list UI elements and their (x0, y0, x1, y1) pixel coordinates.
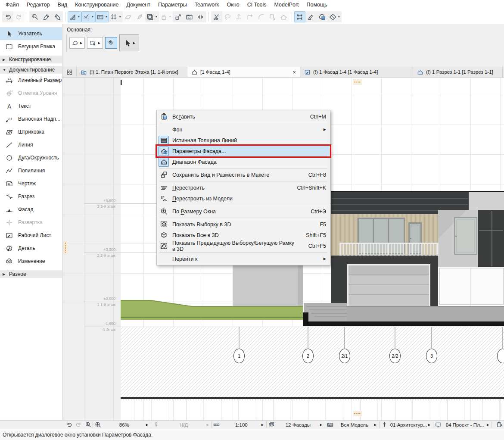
toolbox-item-12[interactable]: Чертеж (0, 177, 62, 190)
menu-item-2[interactable]: Фон▶ (157, 124, 330, 135)
drawing-icon (4, 180, 14, 187)
menu-item-5[interactable]: Диапазон Фасада (157, 156, 330, 167)
menu-item-14[interactable]: Показать Выборку в 3DF5 (157, 219, 330, 230)
menubar-item-10[interactable]: Помощь (303, 0, 331, 9)
snap-grid-button[interactable]: ▼ (109, 11, 123, 22)
toolbox-item-13[interactable]: Разрез (0, 190, 62, 203)
menu-item-0[interactable]: ВставитьCtrl+M (157, 111, 330, 122)
menubar-item-7[interactable]: Окно (223, 0, 243, 9)
statusbar-segment-6[interactable]: 04 Проект - Пл...▶ (433, 421, 492, 429)
toolbox-item-label: Чертеж (18, 181, 36, 187)
menubar-item-0[interactable]: Файл (2, 0, 23, 9)
paste-special-button[interactable] (495, 421, 504, 428)
show-previous-3d-icon (159, 241, 169, 251)
select-zoom-button[interactable] (29, 11, 40, 22)
fillet-icon (258, 13, 265, 21)
menubar-item-8[interactable]: CI Tools (243, 0, 271, 9)
toolbox-item-10[interactable]: Дуга/Окружность (0, 151, 62, 164)
zoom-in-button[interactable] (83, 421, 93, 428)
menu-item-12[interactable]: По Размеру ОкнаCtrl+Э (157, 206, 330, 217)
toolbox-group-2[interactable]: ▶Конструирование (0, 56, 62, 63)
statusbar-segment-2[interactable]: 1:100▶ (212, 421, 266, 429)
zoom-in-icon (85, 421, 91, 428)
dimension-units-button[interactable]: 12 (184, 11, 195, 22)
annotate-icon (307, 13, 314, 21)
annotate-button[interactable] (305, 11, 317, 22)
toolbox-item-16[interactable]: Рабочий Лист (0, 229, 62, 242)
toolbox-item-4[interactable]: 1.2Линейный Размер (0, 74, 62, 87)
menu-item-9[interactable]: ПерестроитьCtrl+Shift+K (157, 182, 330, 193)
guide-lines-button[interactable]: ▼ (68, 11, 81, 22)
statusbar-segment-4[interactable]: Вся Модель▶ (325, 421, 379, 429)
toolbox-item-8[interactable]: Штриховка (0, 125, 62, 138)
toolbox-group-label: Документирование (9, 67, 55, 73)
tab-0[interactable]: (!) 1. План Первого Этажа [1. 1-й этаж] (77, 67, 187, 77)
scissors-button[interactable] (211, 11, 222, 22)
pick-parameters-button[interactable] (40, 11, 52, 22)
toolbox-item-0[interactable]: Указатель (0, 27, 62, 40)
toolbox-item-7[interactable]: A1Выносная Надп... (0, 112, 62, 125)
snap-guides-button[interactable]: ▼ (81, 11, 95, 22)
stretch-button[interactable] (195, 11, 206, 22)
cursor-icon (123, 39, 132, 47)
statusbar-segment-1[interactable]: Н/Д▶ (151, 421, 212, 429)
menu-item-10[interactable]: Перестроить из Модели (157, 193, 330, 204)
tab-3[interactable]: (!) 1 Разрез 1-1 [1 Разрез 1-1] (413, 67, 503, 77)
corner-button (245, 11, 256, 22)
statusbar-segment-3[interactable]: 12 Фасады▶ (267, 421, 325, 429)
marquee-poly-button[interactable]: ▶ (69, 37, 85, 49)
toolbox-item-1[interactable]: Бегущая Рамка (0, 40, 62, 53)
tab-1[interactable]: [1 Фасад 1-4]× (187, 67, 300, 77)
markup-tools-button[interactable] (317, 11, 328, 22)
suspend-groups-icon (160, 13, 168, 21)
toolbox-item-11[interactable]: Полилиния (0, 164, 62, 177)
toolbox-item-18[interactable]: Изменение (0, 255, 62, 268)
tab-overview-button[interactable] (62, 67, 77, 77)
menu-item-4[interactable]: Параметры Фасада... (157, 146, 330, 156)
menubar-item-4[interactable]: Документ (123, 0, 154, 9)
tab-close-icon[interactable]: × (286, 69, 296, 75)
menu-item-18[interactable]: Перейти к▶ (157, 253, 330, 264)
frame-button[interactable]: ▼ (145, 11, 159, 22)
marquee-cursor-button[interactable]: ▶ (87, 37, 103, 49)
undo-button[interactable] (2, 11, 13, 22)
statusbar-segment-arrow-icon: ▶ (261, 423, 266, 427)
3d-view-button[interactable]: ▼ (328, 11, 342, 22)
menu-item-3[interactable]: Истинная Толщина Линий (157, 135, 330, 146)
toolbox-item-14[interactable]: Фасад (0, 203, 62, 216)
statusbar-segment-label: Вся Модель (335, 422, 374, 428)
toolbox-item-6[interactable]: AТекст (0, 100, 62, 112)
statusbar-segment-label: 01 Архитектур... (389, 422, 428, 428)
menubar-item-5[interactable]: Параметры (154, 0, 191, 9)
menu-item-label: Фон (172, 127, 182, 133)
inject-parameters-button[interactable] (52, 11, 63, 22)
statusbar-segment-0[interactable]: 86%▶ (93, 421, 151, 429)
zoom-previous-button[interactable] (65, 421, 74, 428)
menu-item-7[interactable]: Сохранить Вид и Разместить в МакетеCtrl+… (157, 169, 330, 180)
menubar-item-3[interactable]: Конструирование (71, 0, 122, 9)
menubar-item-2[interactable]: Вид (54, 0, 72, 9)
statusbar-segment-5[interactable]: 01 Архитектур...▶ (380, 421, 433, 429)
tab-2[interactable]: (!) 1 Фасад 1-4 [1 Фасад 1-4] (300, 67, 413, 77)
drawing-view-icon (304, 69, 311, 75)
toolbox-item-9[interactable]: Линия (0, 138, 62, 151)
chevron-right-icon: ▶ (3, 272, 6, 276)
menu-item-label: Перейти к (172, 256, 197, 262)
elevation-settings-icon (160, 147, 168, 155)
toolbox-item-17[interactable]: Деталь (0, 242, 62, 255)
edit-selection-button[interactable] (294, 11, 305, 22)
toolbox-group-3[interactable]: ▼Документирование (0, 66, 62, 74)
menu-item-label: Диапазон Фасада (172, 159, 217, 165)
coordinates-xy-button[interactable]: XY▼ (95, 11, 109, 22)
transform-button[interactable] (173, 11, 184, 22)
menubar-item-9[interactable]: ModelPort (271, 0, 303, 9)
toolbox-group-19[interactable]: ▶Разное (0, 270, 62, 278)
paste-icon (159, 112, 169, 122)
menu-item-15[interactable]: Показать Все в 3DShift+F5 (157, 230, 330, 240)
menubar-item-6[interactable]: Teamwork (191, 0, 223, 9)
dimension-units-icon: 12 (186, 13, 193, 21)
menu-item-16[interactable]: Показать Предыдущую Выборку/Бегущую Рамк… (157, 240, 330, 251)
menubar-item-1[interactable]: Редактор (23, 0, 54, 9)
magnet-button[interactable] (105, 37, 117, 49)
cursor-button[interactable]: ▶ (119, 34, 139, 51)
